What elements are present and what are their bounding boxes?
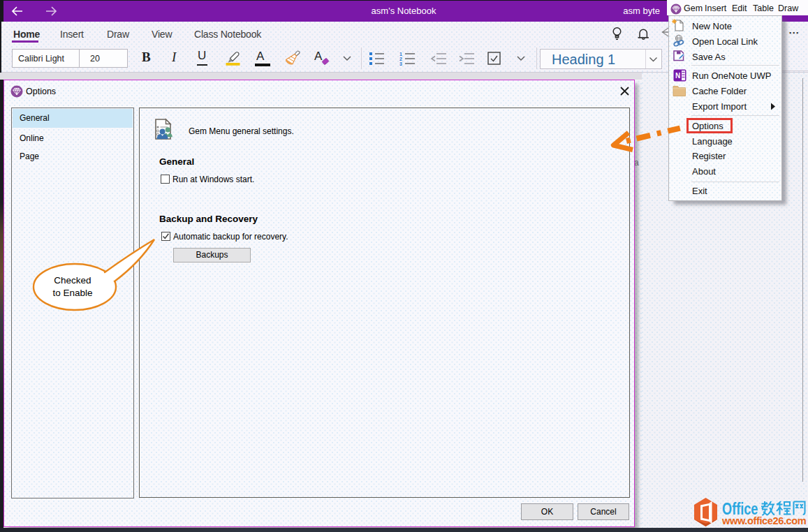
svg-text:N: N [675, 72, 680, 80]
svg-text:1: 1 [399, 52, 402, 57]
svg-text:2: 2 [399, 57, 402, 61]
svg-text:to Enable: to Enable [52, 288, 92, 298]
svg-text:3: 3 [399, 61, 402, 66]
svg-text:Checked: Checked [54, 275, 91, 286]
svg-text:www.office26.com: www.office26.com [721, 515, 807, 526]
